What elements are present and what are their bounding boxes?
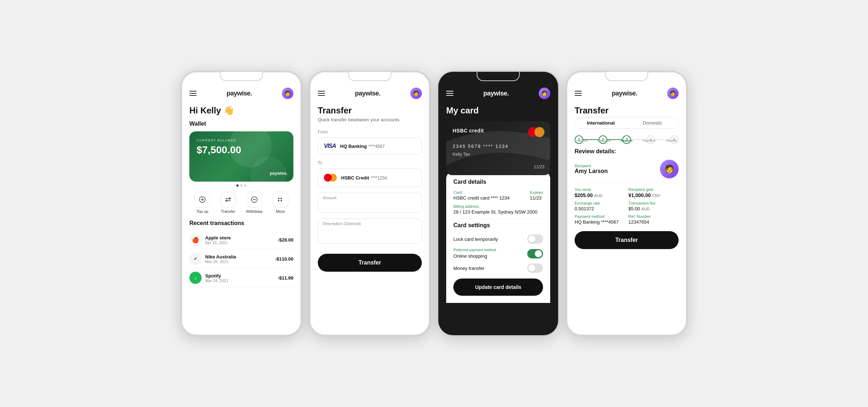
online-label: Online shopping: [453, 253, 487, 259]
topup-icon: [194, 192, 210, 207]
tab-international[interactable]: International: [575, 117, 627, 128]
phone-transfer: paywise. 🧑 Transfer Quick transfer bewtw…: [309, 71, 431, 336]
wallet-brand: paywise.: [270, 171, 288, 176]
to-account-card[interactable]: HSBC Credit ****1234: [318, 168, 422, 187]
phone-intl-transfer: paywise. 🧑 Transfer International Domest…: [566, 71, 688, 336]
screen2-content: paywise. 🧑 Transfer Quick transfer bewtw…: [310, 72, 430, 335]
wallet-section-title: Wallet: [189, 121, 293, 127]
card-detail-card: Card HSBC credit card **** 1234: [453, 190, 510, 201]
exchange-rate-field: Exchange rate 0.501372: [575, 201, 625, 211]
update-card-btn[interactable]: Update card details: [453, 279, 543, 296]
transfer-btn-2[interactable]: Transfer: [318, 254, 422, 272]
from-bank-name: HQ Banking: [340, 144, 367, 149]
action-transfer[interactable]: Transfer: [220, 192, 236, 214]
mc-orange: [329, 174, 337, 182]
lock-knob: [528, 235, 536, 243]
from-label: From: [318, 130, 422, 135]
phone-home: paywise. 🧑 Hi Kelly 👋 Wallet CURRENT BAL…: [180, 71, 302, 336]
wallet-label: CURRENT BALANCE: [197, 139, 286, 142]
svg-point-7: [280, 198, 282, 199]
preferred-label: Preferred payment method: [453, 248, 496, 252]
avatar-1[interactable]: 🧑: [282, 88, 293, 99]
exchange-rate-label: Exchange rate: [575, 201, 625, 205]
from-account-info: HQ Banking ****4567: [340, 143, 416, 149]
withdraw-icon: [246, 192, 262, 207]
card-dots: [189, 184, 293, 187]
notch-3: [477, 72, 520, 81]
greeting: Hi Kelly 👋: [189, 106, 293, 116]
app-title-1: paywise.: [226, 90, 252, 97]
hamburger-menu-1[interactable]: [189, 91, 197, 96]
expires-label: Expires: [530, 190, 543, 195]
visa-logo: VISA: [324, 143, 336, 149]
screen3-content: paywise. 🧑 My card HSBC credit 2345 5678…: [438, 72, 558, 335]
wallet-card: CURRENT BALANCE $7,500.00 paywise.: [189, 131, 293, 182]
dot-2: [240, 184, 242, 187]
dot-1: [236, 184, 239, 187]
hamburger-menu-4[interactable]: [575, 91, 582, 96]
app-title-3: paywise.: [483, 90, 509, 97]
step-label-4: Payment: [642, 139, 656, 142]
transfer-grid-mid: Exchange rate 0.501372 Transaction fee $…: [575, 201, 679, 211]
transfer-label: Transfer: [221, 209, 236, 214]
hamburger-menu-2[interactable]: [318, 91, 325, 96]
tx-item-spotify: ♪ Spotify Mar 24, 2021 -$11.99: [189, 269, 293, 287]
action-more[interactable]: More: [273, 192, 288, 214]
mastercard-logo: [324, 174, 337, 182]
tab-domestic[interactable]: Domestic: [627, 117, 678, 128]
tx-amount-apple: -$28.00: [278, 237, 293, 243]
avatar-2[interactable]: 🧑: [410, 88, 422, 99]
tx-info-nike: Nike Australia Mar 28, 2021: [205, 254, 275, 264]
card-expiry: 11/23: [534, 164, 544, 169]
tx-date-spotify: Mar 24, 2021: [205, 279, 278, 283]
description-float-label: Description (Optional): [323, 221, 361, 226]
step-label-3: Reason: [619, 139, 634, 142]
you-send-label: You send: [575, 187, 625, 192]
payment-method-label: Payment method: [575, 214, 625, 219]
payment-method-val: HQ Banking ****4567: [575, 219, 625, 225]
tx-item-nike: ✓ Nike Australia Mar 28, 2021 -$110.00: [189, 250, 293, 268]
ref-label: Ref. Number: [628, 214, 679, 219]
card-holder: Kelly Tan: [453, 152, 544, 157]
tx-name-apple: Apple store: [205, 235, 278, 240]
ref-val: 12347654: [628, 219, 679, 225]
from-account-card[interactable]: VISA HQ Banking ****4567: [318, 137, 422, 155]
lock-label: Lock card temporarily: [453, 237, 498, 242]
app-title-2: paywise.: [355, 90, 380, 97]
tx-fee-label: Transaction fee: [628, 201, 679, 205]
tx-info-apple: Apple store Apr 15, 2021: [205, 235, 278, 245]
exchange-rate-val: 0.501372: [575, 206, 625, 211]
card-val: HSBC credit card **** 1234: [453, 195, 510, 201]
tx-item-apple: 🍎 Apple store Apr 15, 2021 -$28.00: [189, 231, 293, 249]
amount-float-label: Amount: [323, 196, 336, 200]
lock-toggle[interactable]: [527, 234, 543, 244]
tx-date-apple: Apr 15, 2021: [205, 240, 278, 245]
card-details-panel: Card details Card HSBC credit card **** …: [446, 172, 550, 303]
transaction-list: 🍎 Apple store Apr 15, 2021 -$28.00 ✓ Nik…: [189, 231, 293, 287]
avatar-4[interactable]: 🧑: [667, 88, 679, 99]
tx-fee-val: $5.00 AUD: [628, 206, 679, 211]
action-withdraw[interactable]: Withdraw: [246, 192, 263, 214]
card-details-title: Card details: [453, 179, 543, 185]
mycard-title: My card: [446, 106, 550, 116]
intl-transfer-btn[interactable]: Transfer: [575, 231, 679, 249]
more-icon: [273, 192, 288, 207]
tab-switcher: International Domestic: [575, 117, 679, 129]
recipient-gets-label: Recipient gets: [628, 187, 679, 192]
setting-lock: Lock card temporarily: [453, 232, 543, 246]
step-label-2: Recipient: [597, 139, 612, 142]
hamburger-menu-3[interactable]: [446, 91, 453, 96]
tx-icon-apple: 🍎: [189, 234, 202, 246]
step-label-1: Amount: [575, 139, 589, 142]
money-toggle[interactable]: [527, 263, 543, 273]
setting-money: Money transfer: [453, 261, 543, 275]
divider-1: [453, 218, 543, 219]
avatar-3[interactable]: 🧑: [539, 88, 550, 99]
tx-name-nike: Nike Australia: [205, 254, 275, 259]
svg-point-5: [278, 198, 279, 199]
tx-date-nike: Mar 28, 2021: [205, 259, 275, 264]
online-toggle[interactable]: [527, 249, 543, 258]
billing-detail: Billing address 28 / 123 Example St, Syd…: [453, 204, 543, 215]
action-topup[interactable]: Top up: [194, 192, 210, 214]
settings-title: Card settings: [453, 222, 543, 229]
